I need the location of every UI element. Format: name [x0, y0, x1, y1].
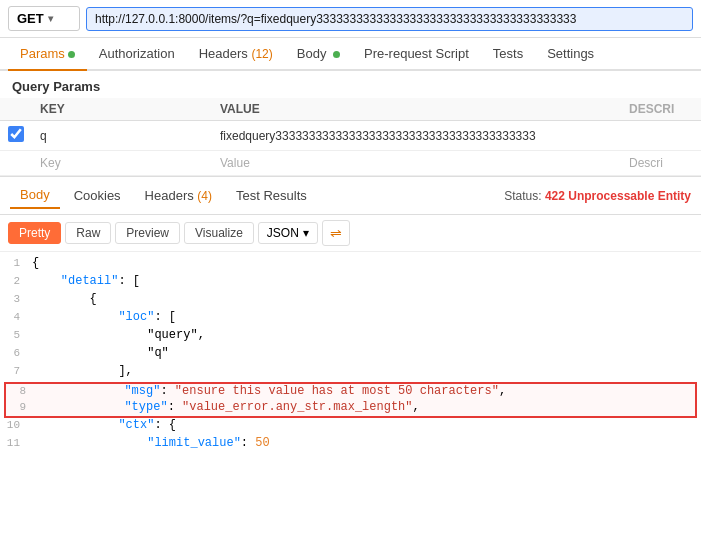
- code-line: 6 "q": [0, 346, 701, 364]
- line-number: 8: [6, 384, 38, 397]
- row-checkbox[interactable]: [8, 126, 24, 142]
- empty-key[interactable]: Key: [32, 151, 212, 176]
- param-desc[interactable]: [621, 121, 701, 151]
- tab-prerequest[interactable]: Pre-request Script: [352, 38, 481, 69]
- format-label: JSON: [267, 226, 299, 240]
- status-code: 422 Unprocessable Entity: [545, 189, 691, 203]
- code-line: 11 "limit_value": 50: [0, 436, 701, 452]
- line-content: "loc": [: [32, 310, 701, 324]
- line-number: 4: [0, 310, 32, 323]
- code-line: 3 {: [0, 292, 701, 310]
- code-line: 10 "ctx": {: [0, 418, 701, 436]
- param-key[interactable]: q: [32, 121, 212, 151]
- line-number: 11: [0, 436, 32, 449]
- param-value[interactable]: fixedquery333333333333333333333333333333…: [212, 121, 621, 151]
- line-number: 9: [6, 400, 38, 413]
- line-content: ],: [32, 364, 701, 378]
- code-line: 2 "detail": [: [0, 274, 701, 292]
- pretty-button[interactable]: Pretty: [8, 222, 61, 244]
- code-line: 9 "type": "value_error.any_str.max_lengt…: [4, 400, 697, 418]
- line-number: 6: [0, 346, 32, 359]
- table-row-empty: Key Value Descri: [0, 151, 701, 176]
- line-content: {: [32, 256, 701, 270]
- tab-params[interactable]: Params: [8, 38, 87, 71]
- line-content: "query",: [32, 328, 701, 342]
- raw-button[interactable]: Raw: [65, 222, 111, 244]
- response-bar: Body Cookies Headers (4) Test Results St…: [0, 176, 701, 215]
- line-content: "q": [32, 346, 701, 360]
- line-number: 5: [0, 328, 32, 341]
- col-header-value: VALUE: [212, 98, 621, 121]
- line-content: "limit_value": 50: [32, 436, 701, 450]
- visualize-button[interactable]: Visualize: [184, 222, 254, 244]
- tab-headers[interactable]: Headers (12): [187, 38, 285, 69]
- tab-body[interactable]: Body: [285, 38, 352, 69]
- line-number: 3: [0, 292, 32, 305]
- empty-desc[interactable]: Descri: [621, 151, 701, 176]
- col-header-desc: DESCRI: [621, 98, 701, 121]
- line-number: 1: [0, 256, 32, 269]
- format-chevron: ▾: [303, 226, 309, 240]
- resp-tab-headers[interactable]: Headers (4): [135, 183, 222, 208]
- resp-tab-test-results[interactable]: Test Results: [226, 183, 317, 208]
- query-params-title: Query Params: [0, 71, 701, 98]
- status-area: Status: 422 Unprocessable Entity: [504, 189, 691, 203]
- line-number: 2: [0, 274, 32, 287]
- resp-toolbar: Pretty Raw Preview Visualize JSON ▾ ⇌: [0, 215, 701, 252]
- line-content: "ctx": {: [32, 418, 701, 432]
- method-select[interactable]: GET ▾: [8, 6, 80, 31]
- params-dot: [68, 51, 75, 58]
- code-line: 5 "query",: [0, 328, 701, 346]
- wrap-icon: ⇌: [330, 225, 342, 241]
- line-content: {: [32, 292, 701, 306]
- code-line: 1{: [0, 256, 701, 274]
- line-content: "msg": "ensure this value has at most 50…: [38, 384, 695, 398]
- wrap-button[interactable]: ⇌: [322, 220, 350, 246]
- tab-settings[interactable]: Settings: [535, 38, 606, 69]
- resp-tab-cookies[interactable]: Cookies: [64, 183, 131, 208]
- preview-button[interactable]: Preview: [115, 222, 180, 244]
- code-line: 8 "msg": "ensure this value has at most …: [4, 382, 697, 400]
- status-label: Status:: [504, 189, 541, 203]
- empty-value[interactable]: Value: [212, 151, 621, 176]
- method-label: GET: [17, 11, 44, 26]
- col-header-key: KEY: [32, 98, 212, 121]
- line-content: "detail": [: [32, 274, 701, 288]
- line-content: "type": "value_error.any_str.max_length"…: [38, 400, 695, 414]
- method-chevron: ▾: [48, 13, 53, 24]
- request-tabs: Params Authorization Headers (12) Body P…: [0, 38, 701, 71]
- url-bar: GET ▾: [0, 0, 701, 38]
- resp-tab-body[interactable]: Body: [10, 182, 60, 209]
- code-line: 4 "loc": [: [0, 310, 701, 328]
- col-header-check: [0, 98, 32, 121]
- url-input[interactable]: [86, 7, 693, 31]
- code-line: 7 ],: [0, 364, 701, 382]
- table-row: q fixedquery3333333333333333333333333333…: [0, 121, 701, 151]
- line-number: 10: [0, 418, 32, 431]
- code-area: 1{2 "detail": [3 {4 "loc": [5 "query",6 …: [0, 252, 701, 452]
- format-select[interactable]: JSON ▾: [258, 222, 318, 244]
- tab-tests[interactable]: Tests: [481, 38, 535, 69]
- body-dot: [333, 51, 340, 58]
- line-number: 7: [0, 364, 32, 377]
- params-table: KEY VALUE DESCRI q fixedquery33333333333…: [0, 98, 701, 176]
- tab-authorization[interactable]: Authorization: [87, 38, 187, 69]
